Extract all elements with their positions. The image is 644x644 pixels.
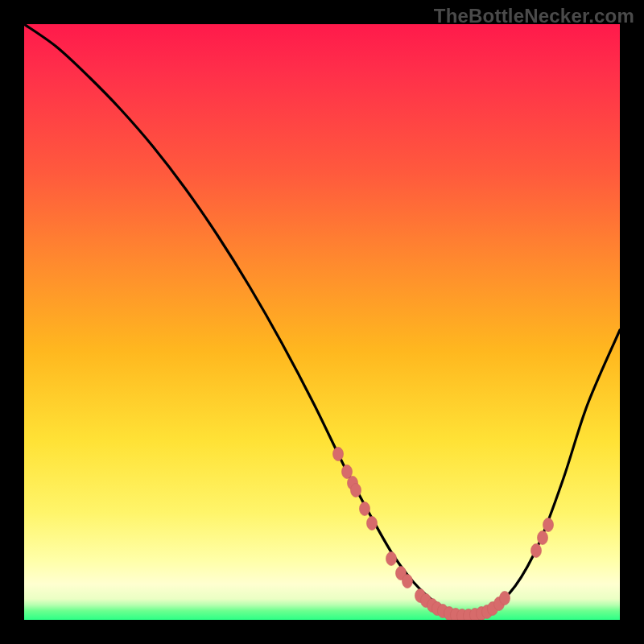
marker-dot [500, 592, 510, 605]
plot-inner [24, 24, 620, 620]
marker-dot [367, 517, 378, 530]
plot-area [24, 24, 620, 620]
app-frame: TheBottleNecker.com [0, 0, 644, 644]
marker-dot [351, 484, 361, 497]
marker-dots-layer [333, 448, 554, 621]
marker-dot [531, 544, 542, 558]
chart-overlay-svg [24, 24, 620, 620]
marker-dot [333, 448, 344, 461]
marker-dot [386, 552, 397, 566]
marker-dot [402, 575, 413, 588]
marker-dot [538, 531, 548, 545]
marker-dot [360, 502, 370, 516]
bottleneck-curve-line [24, 24, 620, 615]
marker-dot [543, 518, 554, 532]
